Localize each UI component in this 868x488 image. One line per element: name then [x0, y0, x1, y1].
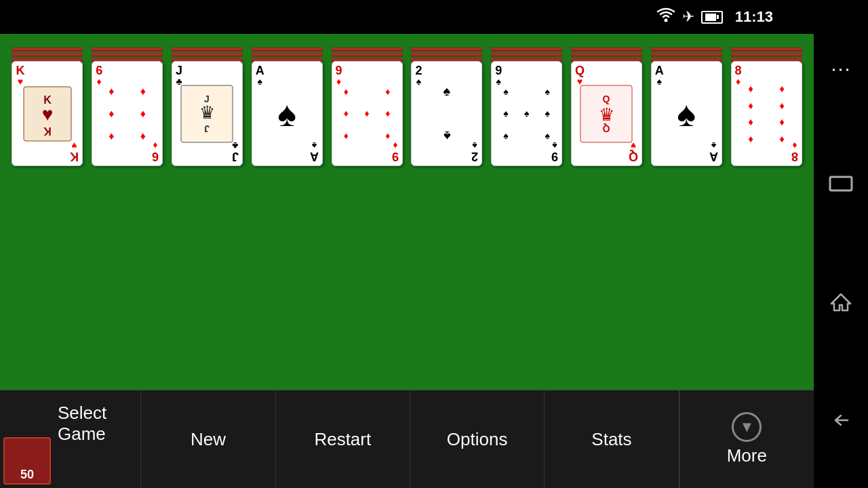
column-5: 9♦ ♦ ♦ ♦ ♦ ♦ ♦ ♦ 9♦: [330, 47, 404, 166]
card-stack-5: [332, 47, 403, 60]
game-number: 50: [20, 468, 34, 482]
column-7: 9♠ ♠ ♠ ♠ ♠ ♠ ♠ ♠ 9♠: [490, 47, 564, 166]
card-6-diamonds[interactable]: 6♦ ♦ ♦ ♦ ♦ ♦ ♦ 6♦: [92, 61, 163, 166]
svg-text:Q: Q: [603, 123, 610, 134]
card-stack-7: [491, 47, 562, 60]
column-10: 8♦ ♦ ♦ ♦ ♦ ♦ ♦ ♦ ♦ 8♦: [729, 47, 804, 166]
card-stack-6: [411, 47, 482, 60]
card-9-diamonds[interactable]: 9♦ ♦ ♦ ♦ ♦ ♦ ♦ ♦ 9♦: [332, 61, 403, 166]
card-stack-2: [92, 47, 163, 60]
more-button[interactable]: ▼ More: [679, 390, 814, 488]
home-icon[interactable]: [829, 291, 853, 318]
nav-buttons: ⋮: [814, 0, 868, 488]
card-stack-3: [172, 47, 243, 60]
game-area: K♥ 👑 K ♥ K K♥ 6♦: [0, 34, 814, 424]
new-label: New: [191, 429, 226, 450]
card-columns: K♥ 👑 K ♥ K K♥ 6♦: [7, 44, 807, 169]
restart-label: Restart: [314, 429, 371, 450]
card-stack-4: [252, 47, 323, 60]
more-options-icon[interactable]: ⋮: [830, 60, 852, 81]
game-thumbnail: 50: [3, 437, 51, 485]
stats-button[interactable]: Stats: [545, 390, 679, 488]
column-4: A♠ ♠ A♠: [250, 47, 324, 166]
stats-label: Stats: [591, 429, 631, 450]
svg-text:♛: ♛: [199, 102, 215, 123]
svg-text:K: K: [43, 125, 52, 137]
screen-rotate-icon[interactable]: [827, 174, 854, 198]
svg-text:♛: ♛: [599, 104, 614, 125]
column-1: K♥ 👑 K ♥ K K♥: [10, 47, 85, 166]
svg-text:♥: ♥: [42, 104, 54, 125]
svg-text:J: J: [205, 123, 210, 134]
card-2-spades[interactable]: 2♠ ♠ ♠ 2♠: [411, 61, 482, 166]
wifi-icon: [656, 7, 675, 26]
card-ace-spades-2[interactable]: A♠ ♠ A♠: [651, 61, 722, 166]
bottom-bar: 50 Select Game New Restart Options Stats…: [0, 390, 814, 488]
card-jack-clubs[interactable]: J♣ J ♛ J J♣: [172, 61, 243, 166]
svg-rect-1: [830, 177, 852, 190]
status-bar: ✈ 11:13: [0, 0, 814, 34]
svg-point-0: [664, 19, 667, 22]
column-9: A♠ ♠ A♠: [649, 47, 724, 166]
card-stack-9: [651, 47, 722, 60]
airplane-icon: ✈: [682, 8, 694, 26]
card-stack-1: [12, 47, 83, 60]
column-8: Q♥ Q ♛ Q Q♥: [570, 47, 644, 166]
time-display: 11:13: [735, 8, 773, 26]
select-game-label: Select Game: [58, 403, 140, 445]
options-label: Options: [447, 429, 508, 450]
new-button[interactable]: New: [141, 390, 275, 488]
back-icon[interactable]: [827, 411, 854, 434]
card-queen-hearts[interactable]: Q♥ Q ♛ Q Q♥: [571, 61, 642, 166]
svg-text:Q: Q: [603, 94, 610, 104]
select-game-button[interactable]: 50 Select Game: [0, 390, 141, 488]
more-icon: ▼: [732, 412, 762, 442]
options-button[interactable]: Options: [410, 390, 545, 488]
card-stack-10: [731, 47, 802, 60]
column-2: 6♦ ♦ ♦ ♦ ♦ ♦ ♦ 6♦: [90, 47, 165, 166]
restart-button[interactable]: Restart: [276, 390, 410, 488]
column-3: J♣ J ♛ J J♣: [170, 47, 245, 166]
more-label: More: [727, 445, 767, 466]
card-ace-spades-1[interactable]: A♠ ♠ A♠: [252, 61, 323, 166]
card-stack-8: [571, 47, 642, 60]
column-6: 2♠ ♠ ♠ 2♠: [410, 47, 484, 166]
card-9-spades[interactable]: 9♠ ♠ ♠ ♠ ♠ ♠ ♠ ♠ 9♠: [491, 61, 562, 166]
battery-icon: [701, 11, 723, 24]
card-8-diamonds[interactable]: 8♦ ♦ ♦ ♦ ♦ ♦ ♦ ♦ ♦ 8♦: [731, 61, 802, 166]
svg-marker-2: [831, 294, 850, 310]
card-king-hearts[interactable]: K♥ 👑 K ♥ K K♥: [12, 61, 83, 166]
